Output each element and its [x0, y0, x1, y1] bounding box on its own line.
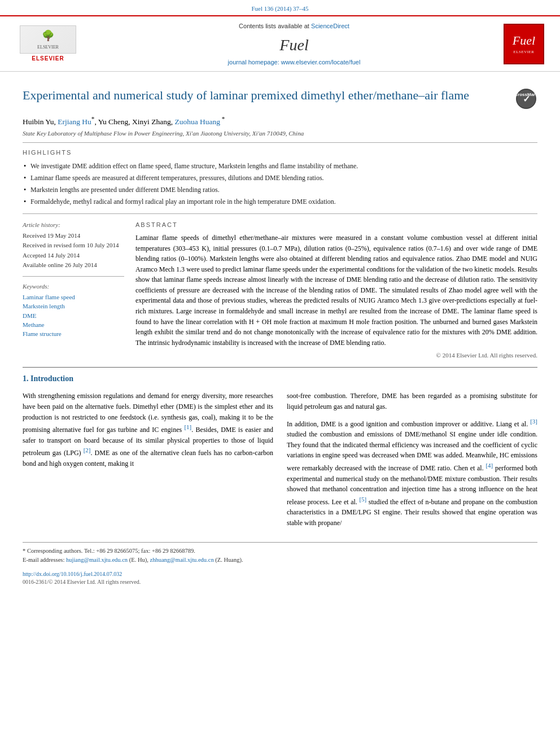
email-link-1[interactable]: hujiang@mail.xjtu.edu.cn	[66, 557, 128, 563]
keyword-3[interactable]: DME	[23, 312, 124, 320]
fuel-logo-text: Fuel	[513, 32, 535, 50]
elsevier-logo-area: 🌳 ELSEVIER ELSEVIER	[11, 25, 85, 63]
highlight-item-2: Laminar flame speeds are measured at dif…	[23, 172, 537, 184]
article-history-label: Article history:	[23, 221, 124, 229]
page-wrapper: Fuel 136 (2014) 37–45 🌳 ELSEVIER ELSEVIE…	[0, 0, 560, 597]
author-zuohua[interactable]: Zuohua Huang	[174, 117, 220, 126]
email1-name: (E. Hu),	[129, 557, 148, 563]
svg-text:CrossMark: CrossMark	[516, 92, 536, 97]
highlight-item-3: Markstein lengths are presented under di…	[23, 184, 537, 196]
highlights-divider-top	[23, 142, 537, 143]
article-received-revised: Received in revised form 10 July 2014	[23, 241, 124, 250]
fuel-logo-area: Fuel ELSEVIER	[504, 24, 549, 64]
abstract-label: ABSTRACT	[135, 221, 537, 229]
elsevier-logo-box: 🌳 ELSEVIER	[20, 25, 76, 54]
keywords-label: Keywords:	[23, 282, 124, 291]
intro-para-right-2: In addition, DME is a good ignition and …	[287, 417, 537, 528]
article-info-box: Article history: Received 19 May 2014 Re…	[23, 221, 124, 270]
author-erjiang[interactable]: Erjiang Hu	[58, 117, 91, 126]
keyword-2[interactable]: Markstein length	[23, 302, 124, 311]
ref-3[interactable]: [3]	[530, 418, 537, 425]
issn-line: 0016-2361/© 2014 Elsevier Ltd. All right…	[23, 578, 537, 586]
footer-notes: * Corresponding authors. Tel.: +86 29 82…	[23, 542, 537, 565]
author-yucheng: Yu Cheng, Xinyi Zhang,	[98, 117, 175, 126]
journal-header-center: Contents lists available at ScienceDirec…	[90, 21, 498, 67]
contents-available-text: Contents lists available at	[239, 23, 309, 29]
email2-name: (Z. Huang).	[215, 557, 243, 563]
article-available-online: Available online 26 July 2014	[23, 261, 124, 269]
crossmark-badge[interactable]: ✓ CrossMark	[515, 88, 537, 110]
section-title-intro: 1. Introduction	[23, 373, 537, 385]
crossmark-icon: ✓ CrossMark	[516, 89, 536, 109]
journal-header: 🌳 ELSEVIER ELSEVIER Contents lists avail…	[0, 15, 560, 72]
fuel-logo-box: Fuel ELSEVIER	[504, 24, 544, 64]
email-link-2[interactable]: zhhuang@mail.xjtu.edu.cn	[150, 557, 213, 563]
intro-body-cols: With strengthening emission regulations …	[23, 391, 537, 532]
journal-ref-text: Fuel 136 (2014) 37–45	[251, 5, 308, 12]
journal-homepage[interactable]: journal homepage: www.elsevier.com/locat…	[90, 58, 498, 67]
highlights-list: We investigate DME addition effect on fl…	[23, 160, 537, 207]
intro-para-1: With strengthening emission regulations …	[23, 391, 273, 469]
science-direct-link[interactable]: ScienceDirect	[311, 23, 349, 29]
abstract-text: Laminar flame speeds of dimethyl ether/m…	[135, 233, 537, 348]
ref-4[interactable]: [4]	[485, 462, 493, 469]
journal-ref-bar: Fuel 136 (2014) 37–45	[0, 0, 560, 15]
ref-2[interactable]: [2]	[84, 447, 91, 453]
body-divider	[23, 367, 537, 368]
keywords-divider	[23, 276, 124, 277]
article-accepted: Accepted 14 July 2014	[23, 251, 124, 260]
highlights-section: HIGHLIGHTS We investigate DME addition e…	[23, 148, 537, 208]
main-content: Experimental and numerical study of lami…	[0, 72, 560, 597]
fuel-logo-subtitle: ELSEVIER	[513, 50, 534, 55]
contents-label: Contents lists available at ScienceDirec…	[90, 21, 498, 31]
affiliation-line: State Key Laboratory of Multiphase Flow …	[23, 129, 537, 138]
elsevier-logo: 🌳 ELSEVIER ELSEVIER	[11, 25, 85, 63]
section-num: 1.	[23, 374, 29, 383]
keyword-1[interactable]: Laminar flame speed	[23, 293, 124, 302]
elsevier-tree-icon: 🌳	[42, 29, 54, 43]
intro-right-col: soot-free combustion. Therefore, DME has…	[287, 391, 537, 532]
article-info-abstract-cols: Article history: Received 19 May 2014 Re…	[23, 221, 537, 360]
article-title: Experimental and numerical study of lami…	[23, 88, 509, 104]
highlights-label: HIGHLIGHTS	[23, 148, 537, 157]
doi-text[interactable]: http://dx.doi.org/10.1016/j.fuel.2014.07…	[23, 571, 122, 577]
introduction-section: 1. Introduction With strengthening emiss…	[23, 373, 537, 533]
corresponding-note: * Corresponding authors. Tel.: +86 29 82…	[23, 547, 537, 556]
highlights-divider-bottom	[23, 213, 537, 214]
keywords-box: Keywords: Laminar flame speed Markstein …	[23, 282, 124, 338]
highlight-item-4: Formaldehyde, methyl radical and formyl …	[23, 196, 537, 208]
article-title-section: Experimental and numerical study of lami…	[23, 88, 537, 110]
intro-para-right-1: soot-free combustion. Therefore, DME has…	[287, 391, 537, 412]
authors-line: Huibin Yu, Erjiang Hu*, Yu Cheng, Xinyi …	[23, 115, 537, 127]
bottom-bar: http://dx.doi.org/10.1016/j.fuel.2014.07…	[23, 570, 537, 586]
keyword-5[interactable]: Flame structure	[23, 330, 124, 338]
author-huibin: Huibin Yu,	[23, 117, 58, 126]
highlight-item-1: We investigate DME addition effect on fl…	[23, 160, 537, 172]
copyright-line: © 2014 Elsevier Ltd. All rights reserved…	[135, 351, 537, 360]
author-zuohua-star: *	[220, 115, 225, 122]
ref-1[interactable]: [1]	[184, 423, 191, 430]
doi-link[interactable]: http://dx.doi.org/10.1016/j.fuel.2014.07…	[23, 570, 537, 578]
abstract-col: ABSTRACT Laminar flame speeds of dimethy…	[135, 221, 537, 360]
elsevier-logo-img-label: ELSEVIER	[37, 44, 59, 50]
journal-name: Fuel	[90, 34, 498, 56]
section-name: Introduction	[30, 374, 73, 383]
keyword-4[interactable]: Methane	[23, 321, 124, 329]
intro-left-col: With strengthening emission regulations …	[23, 391, 273, 532]
article-received: Received 19 May 2014	[23, 231, 124, 240]
article-info-col: Article history: Received 19 May 2014 Re…	[23, 221, 124, 360]
ref-5[interactable]: [5]	[359, 496, 366, 503]
elsevier-text: ELSEVIER	[32, 55, 64, 63]
email-label: E-mail addresses:	[23, 557, 64, 563]
email-note: E-mail addresses: hujiang@mail.xjtu.edu.…	[23, 556, 537, 565]
